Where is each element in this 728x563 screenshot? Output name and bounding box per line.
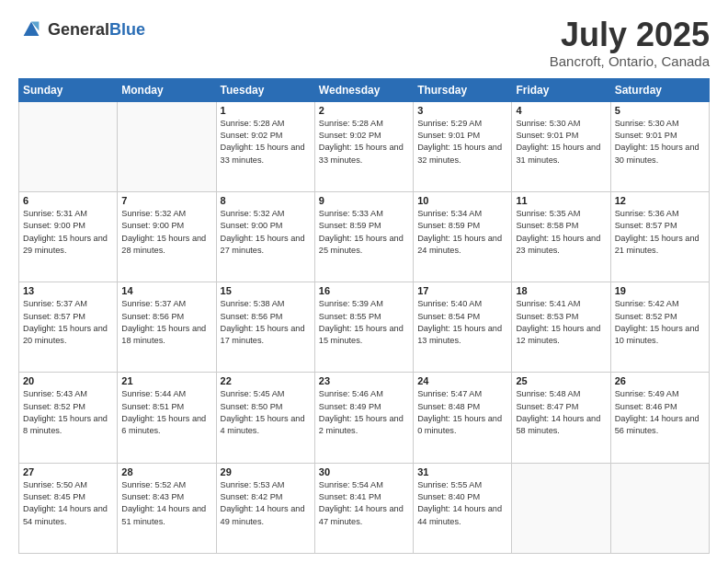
col-thursday: Thursday bbox=[414, 78, 512, 101]
day-info: Sunrise: 5:30 AM Sunset: 9:01 PM Dayligh… bbox=[615, 118, 705, 167]
day-info: Sunrise: 5:45 AM Sunset: 8:50 PM Dayligh… bbox=[221, 388, 311, 437]
table-row: 2Sunrise: 5:28 AM Sunset: 9:02 PM Daylig… bbox=[314, 101, 413, 191]
day-number: 1 bbox=[221, 105, 311, 116]
col-tuesday: Tuesday bbox=[216, 78, 314, 101]
day-info: Sunrise: 5:48 AM Sunset: 8:47 PM Dayligh… bbox=[516, 388, 606, 437]
day-number: 24 bbox=[417, 375, 507, 386]
day-number: 19 bbox=[615, 285, 705, 296]
day-info: Sunrise: 5:28 AM Sunset: 9:02 PM Dayligh… bbox=[319, 118, 409, 167]
day-info: Sunrise: 5:49 AM Sunset: 8:46 PM Dayligh… bbox=[615, 388, 705, 437]
day-info: Sunrise: 5:28 AM Sunset: 9:02 PM Dayligh… bbox=[221, 118, 311, 167]
location: Bancroft, Ontario, Canada bbox=[550, 53, 710, 69]
table-row: 3Sunrise: 5:29 AM Sunset: 9:01 PM Daylig… bbox=[414, 101, 512, 191]
day-info: Sunrise: 5:38 AM Sunset: 8:56 PM Dayligh… bbox=[221, 298, 311, 347]
day-number: 25 bbox=[516, 375, 606, 386]
day-info: Sunrise: 5:30 AM Sunset: 9:01 PM Dayligh… bbox=[516, 118, 606, 167]
table-row: 1Sunrise: 5:28 AM Sunset: 9:02 PM Daylig… bbox=[216, 101, 314, 191]
day-info: Sunrise: 5:32 AM Sunset: 9:00 PM Dayligh… bbox=[121, 208, 211, 257]
table-row: 17Sunrise: 5:40 AM Sunset: 8:54 PM Dayli… bbox=[414, 282, 512, 373]
table-row: 11Sunrise: 5:35 AM Sunset: 8:58 PM Dayli… bbox=[512, 191, 610, 282]
day-number: 13 bbox=[23, 285, 113, 296]
col-monday: Monday bbox=[118, 78, 216, 101]
day-info: Sunrise: 5:43 AM Sunset: 8:52 PM Dayligh… bbox=[23, 388, 113, 437]
day-info: Sunrise: 5:39 AM Sunset: 8:55 PM Dayligh… bbox=[319, 298, 409, 347]
table-row: 9Sunrise: 5:33 AM Sunset: 8:59 PM Daylig… bbox=[314, 191, 413, 282]
day-number: 2 bbox=[319, 105, 409, 116]
table-row: 13Sunrise: 5:37 AM Sunset: 8:57 PM Dayli… bbox=[19, 282, 118, 373]
day-number: 18 bbox=[516, 285, 606, 296]
table-row: 21Sunrise: 5:44 AM Sunset: 8:51 PM Dayli… bbox=[118, 373, 216, 463]
day-number: 9 bbox=[319, 195, 409, 206]
day-number: 15 bbox=[221, 285, 311, 296]
col-saturday: Saturday bbox=[610, 78, 709, 101]
table-row: 7Sunrise: 5:32 AM Sunset: 9:00 PM Daylig… bbox=[118, 191, 216, 282]
table-row: 26Sunrise: 5:49 AM Sunset: 8:46 PM Dayli… bbox=[610, 373, 709, 463]
table-row: 15Sunrise: 5:38 AM Sunset: 8:56 PM Dayli… bbox=[216, 282, 314, 373]
day-number: 8 bbox=[221, 195, 311, 206]
day-number: 12 bbox=[615, 195, 705, 206]
day-number: 5 bbox=[615, 105, 705, 116]
day-info: Sunrise: 5:29 AM Sunset: 9:01 PM Dayligh… bbox=[417, 118, 507, 167]
day-info: Sunrise: 5:52 AM Sunset: 8:43 PM Dayligh… bbox=[121, 479, 211, 528]
day-info: Sunrise: 5:36 AM Sunset: 8:57 PM Dayligh… bbox=[615, 208, 705, 257]
table-row: 20Sunrise: 5:43 AM Sunset: 8:52 PM Dayli… bbox=[19, 373, 118, 463]
table-row: 30Sunrise: 5:54 AM Sunset: 8:41 PM Dayli… bbox=[314, 463, 413, 553]
logo: GeneralBlue bbox=[18, 17, 145, 42]
day-info: Sunrise: 5:47 AM Sunset: 8:48 PM Dayligh… bbox=[417, 388, 507, 437]
month-title: July 2025 bbox=[550, 17, 710, 53]
day-number: 28 bbox=[121, 466, 211, 477]
day-info: Sunrise: 5:46 AM Sunset: 8:49 PM Dayligh… bbox=[319, 388, 409, 437]
day-number: 22 bbox=[221, 375, 311, 386]
day-number: 26 bbox=[615, 375, 705, 386]
day-info: Sunrise: 5:53 AM Sunset: 8:42 PM Dayligh… bbox=[221, 479, 311, 528]
day-number: 11 bbox=[516, 195, 606, 206]
logo-general: General bbox=[48, 20, 109, 39]
table-row: 14Sunrise: 5:37 AM Sunset: 8:56 PM Dayli… bbox=[118, 282, 216, 373]
table-row bbox=[610, 463, 709, 553]
calendar-week-row: 20Sunrise: 5:43 AM Sunset: 8:52 PM Dayli… bbox=[19, 373, 710, 463]
title-block: July 2025 Bancroft, Ontario, Canada bbox=[550, 17, 710, 69]
table-row: 6Sunrise: 5:31 AM Sunset: 9:00 PM Daylig… bbox=[19, 191, 118, 282]
day-info: Sunrise: 5:37 AM Sunset: 8:57 PM Dayligh… bbox=[23, 298, 113, 347]
day-info: Sunrise: 5:55 AM Sunset: 8:40 PM Dayligh… bbox=[417, 479, 507, 528]
calendar-header-row: Sunday Monday Tuesday Wednesday Thursday… bbox=[19, 78, 710, 101]
table-row: 24Sunrise: 5:47 AM Sunset: 8:48 PM Dayli… bbox=[414, 373, 512, 463]
table-row: 22Sunrise: 5:45 AM Sunset: 8:50 PM Dayli… bbox=[216, 373, 314, 463]
day-info: Sunrise: 5:42 AM Sunset: 8:52 PM Dayligh… bbox=[615, 298, 705, 347]
table-row: 5Sunrise: 5:30 AM Sunset: 9:01 PM Daylig… bbox=[610, 101, 709, 191]
calendar-week-row: 6Sunrise: 5:31 AM Sunset: 9:00 PM Daylig… bbox=[19, 191, 710, 282]
day-number: 17 bbox=[417, 285, 507, 296]
day-number: 16 bbox=[319, 285, 409, 296]
table-row: 28Sunrise: 5:52 AM Sunset: 8:43 PM Dayli… bbox=[118, 463, 216, 553]
day-number: 6 bbox=[23, 195, 113, 206]
logo-text: GeneralBlue bbox=[48, 20, 145, 40]
day-info: Sunrise: 5:54 AM Sunset: 8:41 PM Dayligh… bbox=[319, 479, 409, 528]
day-info: Sunrise: 5:35 AM Sunset: 8:58 PM Dayligh… bbox=[516, 208, 606, 257]
table-row: 16Sunrise: 5:39 AM Sunset: 8:55 PM Dayli… bbox=[314, 282, 413, 373]
header: GeneralBlue July 2025 Bancroft, Ontario,… bbox=[18, 17, 710, 69]
table-row bbox=[19, 101, 118, 191]
table-row: 27Sunrise: 5:50 AM Sunset: 8:45 PM Dayli… bbox=[19, 463, 118, 553]
col-sunday: Sunday bbox=[19, 78, 118, 101]
table-row: 19Sunrise: 5:42 AM Sunset: 8:52 PM Dayli… bbox=[610, 282, 709, 373]
day-number: 29 bbox=[221, 466, 311, 477]
col-friday: Friday bbox=[512, 78, 610, 101]
page: GeneralBlue July 2025 Bancroft, Ontario,… bbox=[0, 0, 728, 563]
day-number: 23 bbox=[319, 375, 409, 386]
calendar-week-row: 1Sunrise: 5:28 AM Sunset: 9:02 PM Daylig… bbox=[19, 101, 710, 191]
col-wednesday: Wednesday bbox=[314, 78, 413, 101]
day-number: 7 bbox=[121, 195, 211, 206]
day-info: Sunrise: 5:40 AM Sunset: 8:54 PM Dayligh… bbox=[417, 298, 507, 347]
table-row: 25Sunrise: 5:48 AM Sunset: 8:47 PM Dayli… bbox=[512, 373, 610, 463]
table-row: 8Sunrise: 5:32 AM Sunset: 9:00 PM Daylig… bbox=[216, 191, 314, 282]
table-row: 31Sunrise: 5:55 AM Sunset: 8:40 PM Dayli… bbox=[414, 463, 512, 553]
table-row: 29Sunrise: 5:53 AM Sunset: 8:42 PM Dayli… bbox=[216, 463, 314, 553]
table-row bbox=[512, 463, 610, 553]
day-number: 4 bbox=[516, 105, 606, 116]
logo-blue: Blue bbox=[109, 20, 145, 39]
day-number: 3 bbox=[417, 105, 507, 116]
day-info: Sunrise: 5:33 AM Sunset: 8:59 PM Dayligh… bbox=[319, 208, 409, 257]
day-number: 21 bbox=[121, 375, 211, 386]
day-number: 30 bbox=[319, 466, 409, 477]
day-number: 20 bbox=[23, 375, 113, 386]
